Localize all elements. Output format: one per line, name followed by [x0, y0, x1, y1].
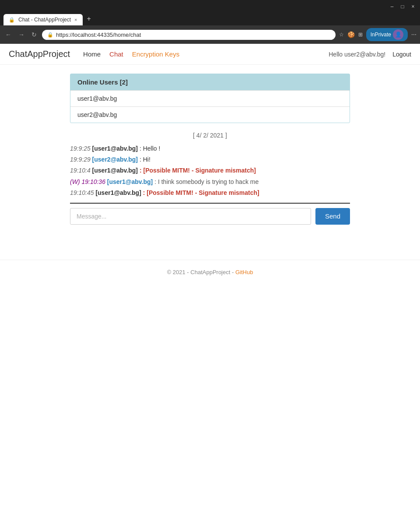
logout-link[interactable]: Logout: [392, 51, 411, 58]
nav-home[interactable]: Home: [83, 50, 101, 58]
address-bar: ← → ↻ 🔒 https://localhost:44335/home/cha…: [0, 25, 420, 44]
message-input-row: Send: [70, 208, 350, 225]
tab-close-button[interactable]: ×: [74, 17, 77, 22]
msg-text-1: : Hello !: [140, 145, 160, 152]
close-button[interactable]: ×: [410, 4, 416, 10]
date-separator: [ 4/ 2/ 2021 ]: [70, 132, 350, 139]
chat-message-2: 19:9:29 [user2@abv.bg] : Hi!: [70, 154, 350, 165]
browser-titlebar: – □ ×: [4, 4, 416, 10]
extensions-icon[interactable]: 🍪: [347, 31, 355, 38]
refresh-button[interactable]: ↻: [30, 30, 38, 39]
hello-text: Hello user2@abv.bg!: [329, 51, 385, 58]
chat-message-5: 19:10:45 [user1@abv.bg] : [Possible MITM…: [70, 187, 350, 198]
collections-icon[interactable]: ⊞: [358, 32, 363, 38]
back-button[interactable]: ←: [4, 30, 13, 39]
maximize-button[interactable]: □: [399, 4, 406, 10]
inprivate-button[interactable]: InPrivate 👤: [366, 28, 408, 41]
user-email-2: user2@abv.bg: [77, 111, 117, 118]
favorites-icon[interactable]: ☆: [339, 32, 344, 38]
user-avatar: 👤: [393, 29, 403, 40]
msg-text-5: : [Possible MITM! - Signature mismatch]: [143, 189, 259, 196]
user-row-1: user1@abv.bg: [70, 90, 350, 106]
tab-site-icon: 🔒: [9, 17, 15, 23]
user-email-1: user1@abv.bg: [77, 95, 117, 102]
forward-button[interactable]: →: [17, 30, 26, 39]
settings-icon[interactable]: ⋯: [411, 32, 416, 38]
footer-text: © 2021 - ChatAppProject -: [167, 269, 235, 275]
msg-time-5: 19:10:45: [70, 189, 94, 196]
chat-message-4: (W) 19:10:36 [user1@abv.bg] : I think so…: [70, 176, 350, 187]
browser-chrome: – □ × 🔒 Chat - ChatAppProject × +: [0, 0, 420, 25]
tab-title: Chat - ChatAppProject: [18, 17, 71, 23]
nav-chat[interactable]: Chat: [109, 50, 123, 58]
msg-warn-prefix-4: (W): [70, 178, 80, 185]
user-row-2: user2@abv.bg: [70, 106, 350, 123]
url-bar[interactable]: 🔒 https://localhost:44335/home/chat: [42, 30, 336, 40]
msg-time-3: 19:10:4: [70, 167, 91, 174]
app-brand: ChatAppProject: [9, 49, 70, 59]
nav-encryption[interactable]: Encryption Keys: [132, 50, 179, 58]
nav-right: Hello user2@abv.bg! Logout: [329, 51, 411, 58]
chat-messages: 19:9:25 [user1@abv.bg] : Hello ! 19:9:29…: [70, 143, 350, 198]
chat-message-3: 19:10:4 [user1@abv.bg] : [Possible MITM!…: [70, 165, 350, 176]
tab-bar: 🔒 Chat - ChatAppProject × +: [4, 12, 416, 25]
chat-divider: [70, 203, 350, 204]
msg-text-2: : Hi!: [140, 156, 150, 163]
msg-time-1: 19:9:25: [70, 145, 91, 152]
window-controls: – □ ×: [388, 4, 416, 10]
msg-text-4: : I think somebody is trying to hack me: [154, 178, 259, 185]
main-content: Online Users [2] user1@abv.bg user2@abv.…: [61, 74, 359, 225]
lock-icon: 🔒: [47, 32, 53, 38]
message-input[interactable]: [70, 208, 311, 225]
msg-user-2: [user2@abv.bg]: [92, 156, 138, 163]
app-navbar: ChatAppProject Home Chat Encryption Keys…: [0, 44, 420, 65]
browser-actions: ☆ 🍪 ⊞ InPrivate 👤 ⋯: [339, 28, 416, 41]
app-footer: © 2021 - ChatAppProject - GitHub: [0, 260, 420, 284]
online-users-header: Online Users [2]: [70, 74, 350, 90]
chat-message-1: 19:9:25 [user1@abv.bg] : Hello !: [70, 143, 350, 154]
inprivate-label: InPrivate: [371, 32, 391, 38]
msg-user-1: [user1@abv.bg]: [92, 145, 138, 152]
new-tab-button[interactable]: +: [83, 12, 95, 25]
active-tab[interactable]: 🔒 Chat - ChatAppProject ×: [4, 14, 83, 25]
github-link[interactable]: GitHub: [235, 269, 253, 275]
send-button[interactable]: Send: [315, 208, 350, 225]
msg-time-2: 19:9:29: [70, 156, 91, 163]
msg-user-4: [user1@abv.bg]: [107, 178, 153, 185]
msg-user-3: [user1@abv.bg]: [92, 167, 138, 174]
online-users-panel: Online Users [2] user1@abv.bg user2@abv.…: [70, 74, 350, 123]
msg-text-3: : [Possible MITM! - Signature mismatch]: [140, 167, 256, 174]
minimize-button[interactable]: –: [388, 4, 396, 10]
url-text: https://localhost:44335/home/chat: [56, 32, 141, 38]
msg-time-4: 19:10:36: [81, 178, 105, 185]
msg-user-5: [user1@abv.bg]: [95, 189, 141, 196]
